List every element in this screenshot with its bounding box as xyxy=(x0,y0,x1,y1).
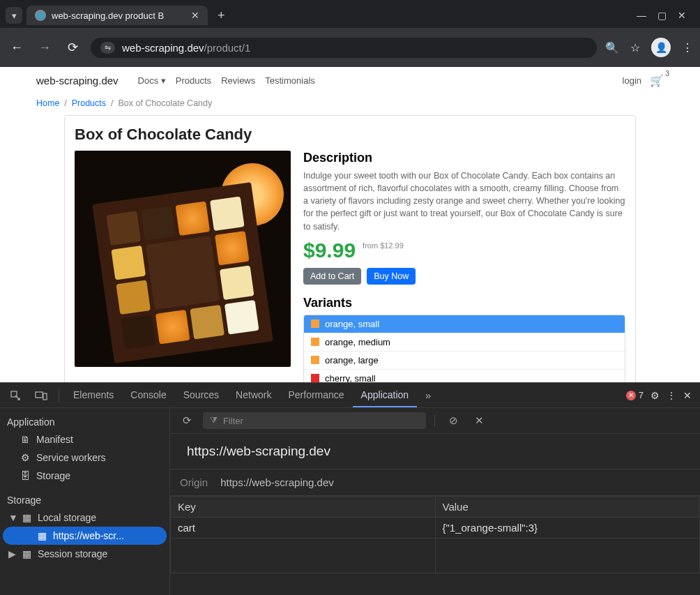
variant-label: cherry, small xyxy=(325,373,376,382)
search-icon[interactable]: 🔍 xyxy=(605,41,619,54)
refresh-icon[interactable]: ⟳ xyxy=(177,414,197,427)
back-button[interactable]: ← xyxy=(7,38,26,57)
product-title: Box of Chocolate Candy xyxy=(75,126,625,144)
caret-down-icon: ▼ xyxy=(8,512,15,523)
devtools-tab-application[interactable]: Application xyxy=(353,384,418,407)
cart-badge: 3 xyxy=(665,70,669,77)
sidebar-heading-application: Application xyxy=(0,414,169,430)
breadcrumb-home[interactable]: Home xyxy=(36,98,59,108)
url-path: /product/1 xyxy=(204,42,251,54)
close-panel-icon[interactable]: ✕ xyxy=(469,414,489,427)
maximize-button[interactable]: ▢ xyxy=(657,10,667,21)
buy-now-button[interactable]: Buy Now xyxy=(367,268,416,285)
sidebar-item-local-storage-origin[interactable]: ▦https://web-scr... xyxy=(3,527,167,545)
description-text: Indulge your sweet tooth with our Box of… xyxy=(303,170,625,233)
devtools-toolbar: ⟳ ⧩ Filter ⊘ ✕ xyxy=(170,408,700,434)
color-swatch xyxy=(311,356,319,364)
storage-key: cart xyxy=(171,518,436,538)
more-tabs-icon[interactable]: » xyxy=(420,389,436,401)
site-info-icon[interactable]: ⇋ xyxy=(100,42,115,54)
globe-icon: 🌐 xyxy=(35,10,46,21)
devtools-tab-sources[interactable]: Sources xyxy=(175,384,227,407)
devtools-sidebar: Application 🗎Manifest ⚙Service workers 🗄… xyxy=(0,408,170,595)
nav-testimonials[interactable]: Testimonials xyxy=(265,75,315,86)
error-badge[interactable]: ✕ 7 xyxy=(626,390,644,400)
inspect-icon[interactable] xyxy=(4,390,26,401)
devtools-tab-elements[interactable]: Elements xyxy=(65,384,122,407)
color-swatch xyxy=(311,374,319,382)
sidebar-item-service-workers[interactable]: ⚙Service workers xyxy=(0,449,169,467)
gears-icon: ⚙ xyxy=(20,452,31,463)
reload-button[interactable]: ⟳ xyxy=(63,38,82,57)
tab-close-button[interactable]: ✕ xyxy=(191,10,199,21)
variant-item[interactable]: cherry, small xyxy=(304,370,625,382)
product-price-from: from $12.99 xyxy=(363,239,404,250)
color-swatch xyxy=(311,319,319,328)
browser-tab[interactable]: 🌐 web-scraping.dev product B ✕ xyxy=(26,6,208,25)
devtools-main: ⟳ ⧩ Filter ⊘ ✕ https://web-scraping.dev … xyxy=(170,408,700,595)
variant-item[interactable]: orange, large xyxy=(304,352,625,370)
browser-toolbar: ← → ⟳ ⇋ web-scraping.dev/product/1 🔍 ☆ 👤… xyxy=(0,28,700,67)
address-bar[interactable]: ⇋ web-scraping.dev/product/1 xyxy=(91,38,597,58)
variant-list: orange, smallorange, mediumorange, large… xyxy=(303,315,625,382)
page-content: web-scraping.dev Docs ▾ Products Reviews… xyxy=(0,67,700,382)
variants-heading: Variants xyxy=(303,296,625,310)
devtools-panel: ElementsConsoleSourcesNetworkPerformance… xyxy=(0,382,700,595)
devtools-tab-console[interactable]: Console xyxy=(122,384,174,407)
cart-icon[interactable]: 🛒3 xyxy=(650,74,664,87)
tab-search-button[interactable]: ▾ xyxy=(6,7,22,24)
devtools-tabs: ElementsConsoleSourcesNetworkPerformance… xyxy=(0,383,700,408)
login-link[interactable]: login xyxy=(623,75,641,86)
svg-rect-1 xyxy=(36,392,43,398)
description-heading: Description xyxy=(303,151,625,165)
variant-item[interactable]: orange, small xyxy=(304,315,625,333)
add-to-cart-button[interactable]: Add to Cart xyxy=(303,268,361,285)
url-host: web-scraping.dev xyxy=(122,42,204,54)
storage-origin-row: Origin https://web-scraping.dev xyxy=(170,469,700,496)
minimize-button[interactable]: — xyxy=(637,10,646,21)
nav-reviews[interactable]: Reviews xyxy=(221,75,255,86)
error-count: 7 xyxy=(639,390,644,400)
sidebar-item-session-storage[interactable]: ▶▦Session storage xyxy=(0,545,169,563)
value-header[interactable]: Value xyxy=(435,497,700,518)
browser-menu-button[interactable]: ⋮ xyxy=(682,41,693,54)
sidebar-item-manifest[interactable]: 🗎Manifest xyxy=(0,430,169,449)
devtools-close-icon[interactable]: ✕ xyxy=(683,390,692,401)
bookmark-icon[interactable]: ☆ xyxy=(630,41,640,54)
key-header[interactable]: Key xyxy=(171,497,436,518)
breadcrumb-products[interactable]: Products xyxy=(72,98,106,108)
clear-icon[interactable]: ⊘ xyxy=(443,414,464,427)
profile-avatar[interactable]: 👤 xyxy=(651,38,671,57)
devtools-tab-network[interactable]: Network xyxy=(227,384,280,407)
table-icon: ▦ xyxy=(21,548,32,559)
site-nav: web-scraping.dev Docs ▾ Products Reviews… xyxy=(36,67,664,94)
sidebar-item-local-storage[interactable]: ▼▦Local storage xyxy=(0,509,169,527)
product-price: $9.99 xyxy=(303,239,356,262)
new-tab-button[interactable]: + xyxy=(212,8,231,23)
close-window-button[interactable]: ✕ xyxy=(678,10,686,21)
devtools-tab-performance[interactable]: Performance xyxy=(280,384,352,407)
nav-docs[interactable]: Docs ▾ xyxy=(138,75,166,86)
devtools-menu-icon[interactable]: ⋮ xyxy=(667,390,676,401)
device-toggle-icon[interactable] xyxy=(29,391,53,400)
product-image xyxy=(75,151,291,367)
sidebar-item-storage[interactable]: 🗄Storage xyxy=(0,467,169,485)
forward-button[interactable]: → xyxy=(35,38,54,57)
variant-item[interactable]: orange, medium xyxy=(304,333,625,352)
site-brand[interactable]: web-scraping.dev xyxy=(36,75,119,86)
svg-rect-2 xyxy=(43,393,47,400)
filter-placeholder: Filter xyxy=(223,416,243,426)
nav-products[interactable]: Products xyxy=(176,75,211,86)
color-swatch xyxy=(311,338,319,346)
table-icon: ▦ xyxy=(36,530,47,541)
product-card: Box of Chocolate Candy Description Indul… xyxy=(64,115,636,382)
variant-label: orange, small xyxy=(325,319,379,329)
devtools-settings-icon[interactable]: ⚙ xyxy=(650,390,660,401)
table-row[interactable]: cart{"1_orange-small":3} xyxy=(171,518,700,538)
storage-table: Key Value cart{"1_orange-small":3} xyxy=(170,496,700,573)
document-icon: 🗎 xyxy=(20,434,31,445)
breadcrumb: Home / Products / Box of Chocolate Candy xyxy=(36,98,664,108)
error-icon: ✕ xyxy=(626,391,636,400)
browser-chrome: ▾ 🌐 web-scraping.dev product B ✕ + — ▢ ✕… xyxy=(0,0,700,67)
filter-input[interactable]: ⧩ Filter xyxy=(203,412,426,429)
